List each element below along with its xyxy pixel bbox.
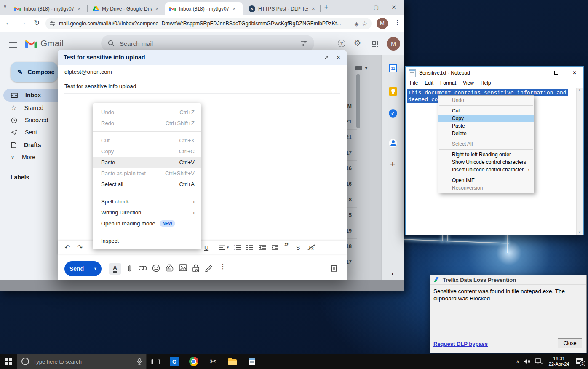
confidential-mode-icon[interactable] (192, 264, 199, 272)
outlook-icon[interactable]: O (169, 356, 179, 366)
tab-search-chevron-icon[interactable]: ∨ (3, 4, 7, 9)
menu-item-rtl-reading[interactable]: Right to left Reading order (438, 151, 534, 158)
insert-emoji-icon[interactable] (152, 264, 160, 272)
url-text[interactable]: mail.google.com/mail/u/0/#inbox?compose=… (59, 21, 351, 27)
close-icon[interactable]: ✕ (336, 54, 341, 61)
scroll-up-icon[interactable]: ∧ (578, 88, 581, 92)
chrome-icon[interactable] (189, 356, 199, 366)
reload-icon[interactable]: ↻ (34, 19, 40, 27)
menu-item-writing-direction[interactable]: Writing Direction› (93, 207, 201, 218)
menu-item-open-ime[interactable]: Open IME (438, 176, 534, 184)
window-minimize-button[interactable]: – (351, 0, 366, 14)
settings-gear-icon[interactable]: ⚙ (354, 38, 361, 48)
browser-menu-icon[interactable]: ⋮ (394, 19, 401, 26)
notepad-scrollbar[interactable]: ∧ ∨ (576, 88, 583, 235)
discard-draft-icon[interactable] (331, 264, 337, 272)
indent-increase-icon[interactable] (272, 245, 278, 250)
window-maximize-button[interactable]: ▢ (369, 0, 383, 14)
dlp-close-button[interactable]: Close (558, 338, 582, 348)
site-settings-icon[interactable] (50, 21, 56, 27)
tab-dlp-test[interactable]: ✕ HTTPS Post - DLP Test × (244, 2, 318, 15)
notepad-maximize-button[interactable] (547, 67, 565, 79)
tab-close-icon[interactable]: × (312, 5, 315, 12)
address-bar[interactable]: mail.google.com/mail/u/0/#inbox?compose=… (45, 18, 372, 29)
window-close-button[interactable]: ✕ (387, 0, 401, 14)
menu-help[interactable]: Help (477, 79, 494, 88)
recipients-field[interactable]: dlptest@orion.com (64, 65, 340, 79)
tab-close-icon[interactable]: × (78, 5, 81, 12)
keep-icon[interactable] (389, 87, 397, 96)
menu-view[interactable]: View (460, 79, 477, 88)
tray-expand-icon[interactable]: ∧ (516, 359, 519, 364)
snipping-tool-icon[interactable]: ✂ (208, 356, 218, 366)
contacts-icon[interactable] (389, 139, 397, 147)
search-filter-icon[interactable] (301, 40, 307, 47)
menu-item-cut[interactable]: Cut (438, 107, 534, 115)
menu-item-spell-check[interactable]: Spell check› (93, 196, 201, 207)
tab-inbox-1[interactable]: Inbox (818) - mytlgv07 × (10, 2, 86, 15)
calendar-icon[interactable]: 31 (389, 64, 397, 72)
reading-pane-toggle[interactable]: ▼ (355, 66, 368, 70)
subject-field[interactable]: Test for sensitive info upload (64, 79, 340, 94)
gmail-search-bar[interactable]: Search mail (101, 35, 314, 52)
quote-icon[interactable]: ” (284, 242, 289, 250)
mic-icon[interactable] (137, 358, 142, 365)
attach-file-icon[interactable] (126, 264, 134, 273)
hide-side-panel-icon[interactable]: › (391, 270, 393, 277)
insert-link-icon[interactable] (139, 266, 147, 270)
menu-item-copy[interactable]: Copy (438, 115, 534, 122)
bookmark-star-icon[interactable]: ☆ (362, 20, 367, 27)
help-icon[interactable]: ? (338, 40, 345, 47)
menu-edit[interactable]: Edit (421, 79, 437, 88)
action-center-icon[interactable]: 2 (575, 357, 585, 366)
menu-item-reading-mode[interactable]: Open in reading modeNEW (93, 218, 201, 229)
menu-item-insert-unicode[interactable]: Insert Unicode control character› (438, 166, 534, 174)
apps-grid-icon[interactable] (372, 40, 378, 47)
redo-icon[interactable]: ↷ (77, 243, 83, 252)
undo-icon[interactable]: ↶ (64, 243, 70, 252)
send-label[interactable]: Send (64, 261, 89, 276)
insert-drive-icon[interactable] (166, 264, 174, 272)
underline-icon[interactable]: U (204, 243, 208, 252)
tab-inbox-2-active[interactable]: Inbox (818) - mytlgv07 × (165, 2, 243, 15)
compose-button[interactable]: ✎ Compose (11, 62, 58, 82)
insert-signature-icon[interactable] (205, 264, 213, 272)
more-options-icon[interactable]: ⋮ (219, 262, 226, 270)
menu-item-inspect[interactable]: Inspect (93, 235, 201, 246)
network-icon[interactable] (535, 358, 543, 365)
numbered-list-icon[interactable]: 12 (234, 245, 241, 250)
popout-icon[interactable] (324, 55, 329, 60)
list-scrollbar[interactable] (356, 74, 360, 128)
menu-format[interactable]: Format (437, 79, 460, 88)
menu-item-paste[interactable]: Paste (438, 122, 534, 130)
reading-mode-icon[interactable]: ◈ (354, 21, 358, 27)
notepad-taskbar-icon[interactable] (247, 356, 257, 366)
tasks-icon[interactable]: ✓ (389, 109, 397, 118)
menu-item-paste[interactable]: PasteCtrl+V (93, 157, 201, 168)
back-icon[interactable]: ← (5, 19, 12, 27)
tab-close-icon[interactable]: × (233, 5, 236, 12)
strikethrough-icon[interactable]: S (296, 243, 300, 252)
insert-photo-icon[interactable] (179, 264, 187, 271)
tab-drive[interactable]: My Drive - Google Driv × (88, 2, 163, 15)
tab-close-icon[interactable]: × (155, 5, 159, 12)
bulleted-list-icon[interactable] (246, 245, 253, 250)
remove-formatting-icon[interactable]: Tx (308, 243, 314, 253)
indent-decrease-icon[interactable] (259, 245, 266, 250)
gmail-avatar[interactable]: M (387, 37, 400, 51)
formatting-options-button[interactable]: A (109, 263, 121, 275)
minimize-icon[interactable]: – (313, 54, 316, 61)
dlp-bypass-link[interactable]: Request DLP bypass (433, 341, 488, 347)
notepad-titlebar[interactable]: Sensitive.txt - Notepad – ✕ (406, 67, 583, 79)
compose-header[interactable]: Test for sensitive info upload – ✕ (58, 50, 347, 65)
new-tab-button[interactable]: + (324, 3, 328, 11)
align-icon[interactable]: ▼ (219, 243, 230, 252)
notepad-close-button[interactable]: ✕ (566, 67, 583, 79)
send-button[interactable]: Send ▼ (64, 261, 102, 276)
menu-item-select-all[interactable]: Select allCtrl+A (93, 179, 201, 190)
menu-item-show-unicode[interactable]: Show Unicode control characters (438, 158, 534, 166)
browser-profile-avatar[interactable]: M (377, 18, 388, 29)
menu-file[interactable]: File (406, 79, 421, 88)
taskbar-search[interactable]: Type here to search (17, 354, 147, 369)
menu-item-delete[interactable]: Delete (438, 130, 534, 137)
